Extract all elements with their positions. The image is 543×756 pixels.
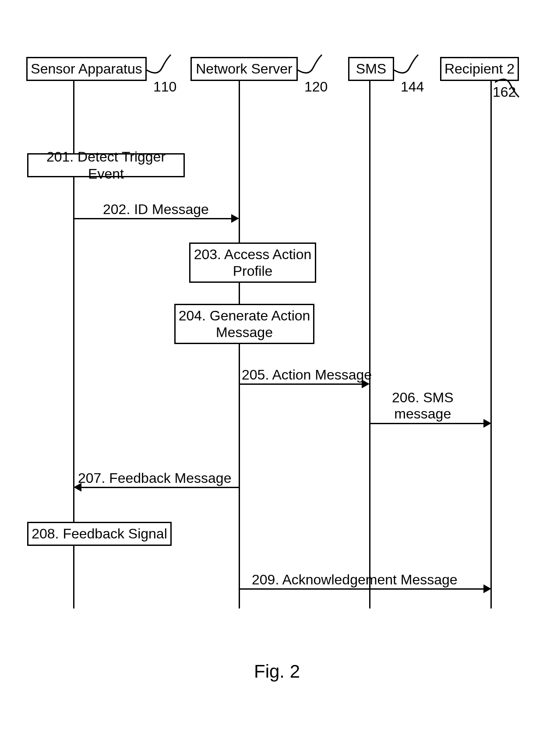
step-201-box: 201. Detect Trigger Event (27, 153, 185, 177)
step-203-box: 203. Access Action Profile (189, 243, 316, 283)
arrow-206 (370, 423, 484, 424)
step-208-box: 208. Feedback Signal (27, 522, 172, 546)
arrow-207 (81, 487, 239, 488)
arrow-205 (240, 383, 363, 385)
arrowhead-202 (231, 214, 239, 223)
step-202-label: 202. ID Message (103, 201, 209, 218)
actor-sms: SMS (348, 57, 394, 81)
arrow-209 (240, 588, 484, 590)
step-204-label: 204. Generate Action Message (179, 307, 310, 341)
lifeline-recipient (490, 81, 492, 608)
step-203-label: 203. Access Action Profile (194, 246, 312, 280)
step-207-label: 207. Feedback Message (78, 470, 231, 486)
lifeline-server (239, 81, 240, 608)
arrowhead-207 (74, 483, 81, 492)
actor-server-label: Network Server (196, 61, 293, 77)
callout-sensor (147, 50, 177, 83)
ref-server: 120 (304, 79, 328, 95)
step-209-label: 209. Acknowledgement Message (252, 572, 458, 588)
step-205-label: 205. Action Message (242, 367, 372, 383)
callout-sms (394, 50, 425, 83)
actor-server: Network Server (190, 57, 298, 81)
callout-server (298, 50, 328, 83)
actor-sensor-label: Sensor Apparatus (31, 61, 142, 77)
step-201-label: 201. Detect Trigger Event (28, 148, 183, 182)
actor-sms-label: SMS (356, 61, 386, 77)
sequence-diagram: Sensor Apparatus 110 Network Server 120 … (0, 0, 543, 756)
step-208-label: 208. Feedback Signal (32, 525, 167, 542)
figure-label: Fig. 2 (254, 661, 300, 682)
arrowhead-206 (483, 419, 491, 428)
actor-sensor: Sensor Apparatus (26, 57, 147, 81)
step-206-label: 206. SMS message (392, 390, 454, 422)
arrow-202 (74, 218, 232, 219)
step-204-box: 204. Generate Action Message (174, 304, 314, 344)
ref-sensor: 110 (153, 79, 176, 95)
arrowhead-209 (483, 584, 491, 593)
ref-recipient: 162 (493, 84, 516, 100)
arrowhead-205 (362, 380, 370, 388)
lifeline-sms (369, 81, 370, 608)
ref-sms: 144 (401, 79, 424, 95)
